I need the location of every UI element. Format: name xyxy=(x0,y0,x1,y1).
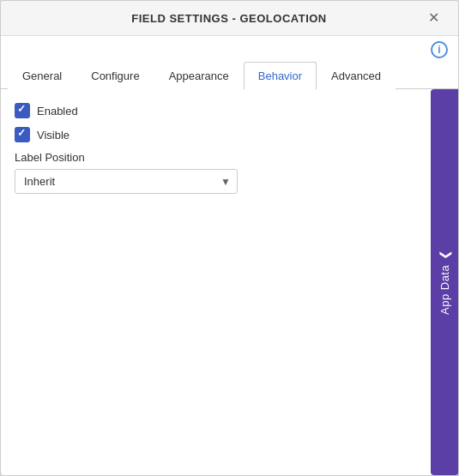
content-area: Enabled Visible Label Position Inherit T… xyxy=(1,89,458,475)
tab-configure[interactable]: Configure xyxy=(76,62,154,89)
info-icon[interactable]: i xyxy=(431,41,448,58)
close-button[interactable]: ✕ xyxy=(423,9,444,27)
app-data-panel: App Data ❮ xyxy=(431,89,458,475)
visible-checkbox[interactable] xyxy=(15,127,30,142)
app-data-label: App Data xyxy=(438,265,451,315)
chevron-left-icon: ❮ xyxy=(438,250,451,261)
tab-appearance[interactable]: Appearance xyxy=(154,62,244,89)
dialog-header: FIELD SETTINGS - GEOLOCATION ✕ xyxy=(1,1,458,36)
info-row: i xyxy=(1,36,458,62)
label-position-label: Label Position xyxy=(15,151,444,164)
label-position-wrapper: Inherit Top Left Right Bottom Hidden ▼ xyxy=(15,169,238,194)
label-position-select[interactable]: Inherit Top Left Right Bottom Hidden xyxy=(15,169,238,194)
enabled-checkbox[interactable] xyxy=(15,103,30,118)
visible-row: Visible xyxy=(15,127,444,142)
app-data-tab[interactable]: App Data ❮ xyxy=(431,89,458,475)
dialog-body: Enabled Visible Label Position Inherit T… xyxy=(1,89,458,475)
dialog-title: FIELD SETTINGS - GEOLOCATION xyxy=(35,12,423,25)
enabled-row: Enabled xyxy=(15,103,444,118)
visible-label[interactable]: Visible xyxy=(37,129,69,142)
tab-general[interactable]: General xyxy=(8,62,76,89)
tab-advanced[interactable]: Advanced xyxy=(317,62,396,89)
tabs-bar: General Configure Appearance Behavior Ad… xyxy=(1,62,458,89)
enabled-label[interactable]: Enabled xyxy=(37,105,78,117)
field-settings-dialog: FIELD SETTINGS - GEOLOCATION ✕ i General… xyxy=(0,0,459,476)
tab-behavior[interactable]: Behavior xyxy=(244,62,317,89)
